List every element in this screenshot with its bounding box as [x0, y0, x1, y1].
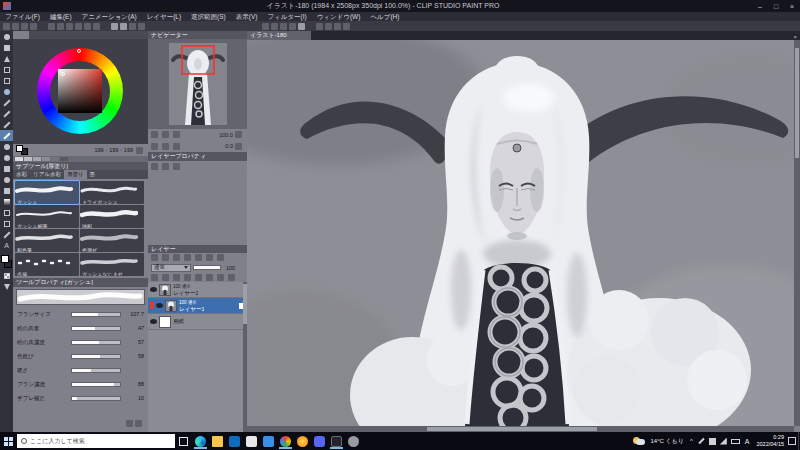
- invert-selection-icon[interactable]: [120, 23, 127, 30]
- current-colors[interactable]: [16, 145, 30, 156]
- new-vector-layer-icon[interactable]: [162, 274, 169, 281]
- lock-settings-icon[interactable]: [126, 420, 133, 427]
- menu-file[interactable]: ファイル(F): [0, 12, 45, 21]
- notification-center-icon[interactable]: [788, 437, 796, 445]
- layer-visible-icon[interactable]: [156, 303, 163, 308]
- move-tool-icon[interactable]: [0, 42, 13, 53]
- flip-view-icon[interactable]: [298, 23, 305, 30]
- subtool-tab-ink[interactable]: 墨: [87, 170, 99, 179]
- taskbar-app-file-explorer[interactable]: [209, 433, 226, 449]
- taskbar-search[interactable]: ここに入力して検索: [17, 434, 175, 448]
- sv-marker[interactable]: [61, 72, 65, 76]
- create-mask-icon[interactable]: [206, 274, 213, 281]
- weather-widget[interactable]: 14°C くもり: [633, 437, 687, 446]
- new-raster-layer-icon[interactable]: [151, 274, 158, 281]
- cut-icon[interactable]: [66, 23, 73, 30]
- ruler-tool-icon[interactable]: [0, 229, 13, 240]
- slider-paint-amount[interactable]: 絵の具量 47: [13, 321, 148, 335]
- taskbar-app-settings[interactable]: [345, 433, 362, 449]
- pen-tray-icon[interactable]: [698, 438, 704, 444]
- speaker-icon[interactable]: [709, 438, 716, 445]
- save-icon[interactable]: [21, 23, 28, 30]
- airbrush-tool-icon[interactable]: [0, 141, 13, 152]
- reset-rotation-button[interactable]: [173, 143, 180, 150]
- expression-color-icon[interactable]: [162, 163, 169, 170]
- document-tab[interactable]: イラスト-180: [247, 31, 311, 40]
- fill-selection-icon[interactable]: [129, 23, 136, 30]
- hue-marker[interactable]: [77, 49, 81, 53]
- minimize-button[interactable]: –: [752, 0, 768, 12]
- ruler-icon[interactable]: [173, 254, 180, 261]
- taskbar-app-discord[interactable]: [311, 433, 328, 449]
- taskbar-app-edge[interactable]: [192, 433, 209, 449]
- zoom-in-button[interactable]: [173, 131, 180, 138]
- slider-hardness[interactable]: 硬さ: [13, 363, 148, 377]
- menu-filter[interactable]: フィルター(I): [262, 12, 311, 21]
- slider-brush-size[interactable]: ブラシサイズ 107.7: [13, 307, 148, 321]
- subtool-panel-header[interactable]: サブツール[厚塗り]: [13, 162, 148, 170]
- palette-color-icon[interactable]: [151, 254, 158, 261]
- color-slider-tab[interactable]: [29, 31, 45, 39]
- battery-icon[interactable]: [731, 439, 740, 444]
- open-file-icon[interactable]: [12, 23, 19, 30]
- pen-tool-icon[interactable]: [0, 108, 13, 119]
- taskbar-app-firefox[interactable]: [294, 433, 311, 449]
- ruler-snap-icon[interactable]: [325, 23, 332, 30]
- rotate-view-icon[interactable]: [280, 23, 287, 30]
- close-button[interactable]: ×: [784, 0, 800, 12]
- zoom-slider-icon[interactable]: [162, 131, 169, 138]
- rotate-left-button[interactable]: [151, 143, 158, 150]
- layer-mask-icon[interactable]: [162, 254, 169, 261]
- layer-visible-icon[interactable]: [150, 287, 157, 292]
- slider-stabilization[interactable]: 手ブレ補正 10: [13, 391, 148, 405]
- saturation-value-square[interactable]: [58, 69, 102, 113]
- brush-item-gouache[interactable]: ガッシュ: [15, 181, 79, 204]
- new-folder-icon[interactable]: [173, 274, 180, 281]
- special-ruler-snap-icon[interactable]: [343, 23, 350, 30]
- undo-icon[interactable]: [48, 23, 55, 30]
- wrench-icon[interactable]: [135, 420, 142, 427]
- border-effect-icon[interactable]: [173, 163, 180, 170]
- brush-item-gouache-fine[interactable]: ガッシュ細筆: [15, 205, 79, 228]
- brush-item-blend[interactable]: 色混ぜ: [80, 229, 144, 252]
- switch-color-icon[interactable]: [0, 281, 13, 292]
- layer-visible-icon[interactable]: [150, 319, 157, 324]
- color-history-icon[interactable]: [136, 147, 143, 154]
- taskbar-app-mail[interactable]: [243, 433, 260, 449]
- zoom-out-icon[interactable]: [271, 23, 278, 30]
- menu-view[interactable]: 表示(V): [231, 12, 263, 21]
- taskbar-app-store[interactable]: [226, 433, 243, 449]
- color-wheel-tab[interactable]: [13, 31, 29, 39]
- slider-color-stretch[interactable]: 色延び 58: [13, 349, 148, 363]
- network-icon[interactable]: [720, 438, 727, 445]
- delete-icon[interactable]: [93, 23, 100, 30]
- fit-screen-button[interactable]: [235, 131, 242, 138]
- slider-brush-density[interactable]: ブラシ濃度 88: [13, 377, 148, 391]
- zoom-in-icon[interactable]: [262, 23, 269, 30]
- task-view-button[interactable]: [175, 433, 192, 449]
- operation-tool-icon[interactable]: [0, 53, 13, 64]
- redo-icon[interactable]: [57, 23, 64, 30]
- brush-item-dry-gouache[interactable]: ドライガッシュ: [80, 181, 144, 204]
- tool-property-header[interactable]: ツールプロパティ[ガッシュ]: [13, 278, 148, 287]
- menu-layer[interactable]: レイヤー(L): [142, 12, 186, 21]
- menu-help[interactable]: ヘルプ(H): [365, 12, 404, 21]
- set-as-draft-icon[interactable]: [217, 254, 224, 261]
- ime-mode-indicator[interactable]: A: [745, 438, 750, 445]
- lock-transparent-icon[interactable]: [206, 254, 213, 261]
- canvas-vertical-scrollbar[interactable]: [794, 40, 800, 426]
- clear-selection-icon[interactable]: [138, 23, 145, 30]
- apply-mask-icon[interactable]: [217, 274, 224, 281]
- new-canvas-icon[interactable]: [3, 23, 10, 30]
- layer-effect-icon[interactable]: [151, 163, 158, 170]
- menu-selection[interactable]: 選択範囲(S): [186, 12, 231, 21]
- pencil-tool-icon[interactable]: [0, 119, 13, 130]
- main-color-swatch[interactable]: [1, 255, 9, 263]
- brush-tool-icon[interactable]: [0, 130, 13, 141]
- zoom-tool-icon[interactable]: [0, 31, 13, 42]
- deselect-icon[interactable]: [111, 23, 118, 30]
- blend-tool-icon[interactable]: [0, 174, 13, 185]
- text-tool-icon[interactable]: A: [0, 240, 13, 251]
- export-icon[interactable]: [30, 23, 37, 30]
- brush-item-gouache-blender[interactable]: ガッシュなじませ: [80, 253, 144, 276]
